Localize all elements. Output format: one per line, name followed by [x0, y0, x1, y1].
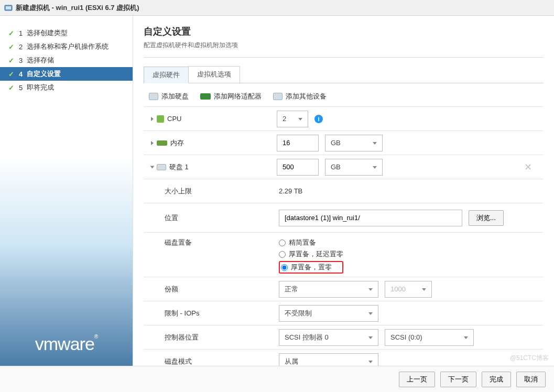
wizard-step-5[interactable]: ✓ 5 即将完成 — [0, 81, 133, 94]
wizard-content: 自定义设置 配置虚拟机硬件和虚拟机附加选项 虚拟硬件 虚拟机选项 添加硬盘 添加… — [133, 16, 554, 366]
iops-limit-select[interactable]: 不受限制 — [279, 305, 378, 322]
svg-rect-1 — [6, 6, 11, 9]
cpu-count-select[interactable]: 2 — [277, 111, 308, 127]
dialog-titlebar: 新建虚拟机 - win_rui1 (ESXi 6.7 虚拟机) — [0, 0, 554, 16]
hard-disk-icon — [157, 164, 166, 170]
row-iops-limit: 限制 - IOPs 不受限制 — [144, 301, 544, 325]
remove-disk-icon[interactable]: ✕ — [524, 161, 532, 173]
info-icon[interactable]: i — [314, 115, 323, 123]
disk-mode-select[interactable]: 从属 — [279, 353, 378, 366]
wizard-step-1[interactable]: ✓ 1 选择创建类型 — [0, 26, 133, 40]
watermark: @51CTC博客 — [510, 354, 549, 363]
tab-vm-options[interactable]: 虚拟机选项 — [188, 66, 240, 83]
wizard-step-3[interactable]: ✓ 3 选择存储 — [0, 53, 133, 67]
tab-bar: 虚拟硬件 虚拟机选项 — [144, 66, 544, 83]
row-disk-mode: 磁盘模式 从属 — [144, 350, 544, 366]
disk-unit-select[interactable]: GB — [325, 159, 383, 176]
dialog-title: 新建虚拟机 - win_rui1 (ESXi 6.7 虚拟机) — [16, 3, 139, 13]
radio-thick-eager-zero[interactable]: 厚置备，置零 — [281, 263, 332, 272]
step-label: 选择存储 — [27, 56, 54, 65]
tab-virtual-hardware[interactable]: 虚拟硬件 — [144, 67, 189, 83]
page-title: 自定义设置 — [144, 25, 544, 38]
row-max-size: 大小上限 2.29 TB — [144, 179, 544, 203]
shares-level-select[interactable]: 正常 — [279, 281, 378, 298]
browse-button[interactable]: 浏览... — [469, 210, 504, 226]
divider — [144, 57, 544, 58]
location-input[interactable] — [279, 210, 462, 226]
add-device-bar: 添加硬盘 添加网络适配器 添加其他设备 — [144, 90, 544, 106]
device-icon — [273, 93, 283, 100]
check-icon: ✓ — [8, 57, 15, 64]
vm-icon — [4, 4, 13, 12]
add-other-device-button[interactable]: 添加其他设备 — [273, 92, 327, 101]
step-label: 选择创建类型 — [27, 28, 68, 38]
cpu-icon — [157, 115, 164, 123]
check-icon: ✓ — [8, 29, 15, 37]
row-shares: 份额 正常 1000 — [144, 277, 544, 301]
memory-unit-select[interactable]: GB — [325, 135, 383, 151]
step-label: 即将完成 — [27, 83, 54, 92]
step-num: 3 — [19, 57, 23, 64]
step-num: 2 — [19, 43, 23, 51]
memory-icon — [157, 140, 167, 146]
max-size-value: 2.29 TB — [279, 187, 538, 195]
row-disk: 硬盘 1 GB ✕ — [144, 155, 544, 179]
wizard-sidebar: ✓ 1 选择创建类型 ✓ 2 选择名称和客户机操作系统 ✓ 3 选择存储 ✓ 4… — [0, 16, 133, 366]
finish-button[interactable]: 完成 — [482, 372, 511, 387]
step-label: 选择名称和客户机操作系统 — [27, 42, 108, 51]
controller-position-select[interactable]: SCSI (0:0) — [385, 329, 474, 346]
radio-thick-lazy-zero[interactable]: 厚置备，延迟置零 — [279, 249, 343, 259]
add-hard-disk-button[interactable]: 添加硬盘 — [149, 92, 189, 101]
controller-select[interactable]: SCSI 控制器 0 — [279, 329, 378, 346]
prev-button[interactable]: 上一页 — [399, 372, 435, 387]
row-memory: 内存 GB — [144, 131, 544, 155]
row-provisioning: 磁盘置备 精简置备 厚置备，延迟置零 厚置备，置零 — [144, 233, 544, 277]
disk-size-input[interactable] — [277, 159, 319, 176]
step-num: 1 — [19, 29, 23, 37]
page-subtitle: 配置虚拟机硬件和虚拟机附加选项 — [144, 41, 544, 50]
hardware-panel: CPU 2 i 内存 GB — [144, 106, 544, 366]
check-icon: ✓ — [8, 43, 15, 51]
wizard-step-2[interactable]: ✓ 2 选择名称和客户机操作系统 — [0, 40, 133, 53]
wizard-step-4[interactable]: ✓ 4 自定义设置 — [0, 67, 133, 81]
row-location: 位置 浏览... — [144, 203, 544, 233]
shares-value-select[interactable]: 1000 — [385, 281, 432, 298]
step-num: 5 — [19, 84, 23, 92]
expand-icon[interactable] — [151, 117, 154, 121]
hard-disk-icon — [149, 93, 158, 100]
next-button[interactable]: 下一页 — [440, 372, 476, 387]
check-icon: ✓ — [8, 84, 15, 92]
row-cpu: CPU 2 i — [144, 107, 544, 131]
memory-size-input[interactable] — [277, 135, 319, 151]
step-label: 自定义设置 — [27, 69, 61, 79]
row-controller-location: 控制器位置 SCSI 控制器 0 SCSI (0:0) — [144, 325, 544, 350]
highlight-thick-eager-zero: 厚置备，置零 — [279, 261, 343, 274]
add-network-adapter-button[interactable]: 添加网络适配器 — [200, 92, 262, 101]
expand-icon[interactable] — [150, 166, 155, 168]
vmware-logo: vmware® — [0, 334, 133, 354]
expand-icon[interactable] — [151, 141, 154, 145]
radio-thin-provision[interactable]: 精简置备 — [279, 238, 343, 247]
network-adapter-icon — [200, 93, 211, 100]
step-num: 4 — [19, 70, 23, 78]
dialog-footer: 上一页 下一页 完成 取消 — [0, 366, 554, 392]
cancel-button[interactable]: 取消 — [516, 372, 546, 387]
check-icon: ✓ — [8, 70, 15, 78]
